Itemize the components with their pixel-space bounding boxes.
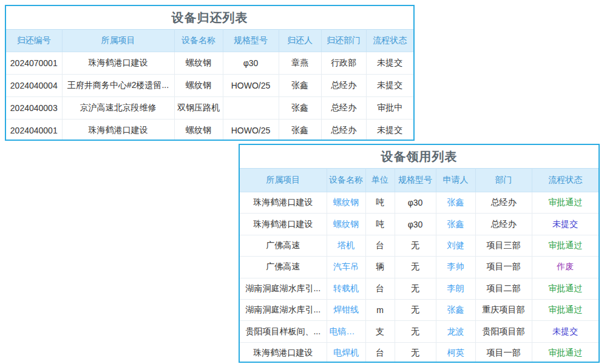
cell: 贵阳项目部 [475, 321, 532, 342]
cell: 湖南洞庭湖水库引... [240, 299, 327, 320]
link-cell[interactable]: 焊钳线 [327, 299, 365, 320]
link-cell[interactable]: 张鑫 [436, 192, 475, 214]
cell: 张鑫 [279, 120, 321, 141]
cell: 支 [365, 321, 395, 342]
column-header: 所属项目 [62, 30, 174, 52]
return-table-header: 归还编号所属项目设备名称规格型号归还人归还部门流程状态 [6, 30, 413, 52]
column-header: 设备名称 [174, 30, 223, 52]
link-cell[interactable]: 汽车吊 [327, 257, 365, 278]
equipment-return-title: 设备归还列表 [6, 6, 413, 29]
cell: 总经办 [475, 214, 532, 235]
status-cell: 作废 [532, 257, 599, 278]
cell: 台 [365, 235, 395, 256]
column-header: 部门 [475, 169, 532, 192]
link-cell[interactable]: 电焊机 [327, 342, 365, 363]
cell: 总经办 [321, 97, 366, 120]
cell: 珠海鹤港口建设 [240, 214, 327, 235]
cell: 2024040003 [6, 97, 62, 120]
cell: 2024040004 [6, 75, 62, 97]
cell: 台 [365, 342, 395, 363]
link-cell[interactable]: 李朗 [436, 278, 475, 299]
column-header: 单位 [365, 169, 395, 192]
link-cell[interactable]: 龙波 [436, 321, 475, 342]
cell: φ30 [223, 52, 279, 75]
column-header: 所属项目 [240, 169, 327, 192]
equipment-return-table: 归还编号所属项目设备名称规格型号归还人归还部门流程状态 2024070001珠海… [6, 29, 413, 141]
cell: 总经办 [321, 75, 366, 97]
column-header: 归还部门 [321, 30, 366, 52]
cell: 螺纹钢 [174, 75, 223, 97]
table-row: 广佛高速塔机台无刘健项目三部审批通过 [240, 235, 599, 256]
cell: 张鑫 [279, 97, 321, 120]
table-row: 2024040003京沪高速北京段维修双钢压路机张鑫总经办审批中 [6, 97, 413, 120]
cell: 项目一部 [475, 342, 532, 363]
status-cell: 审批中 [366, 97, 413, 120]
issue-table-header: 所属项目设备名称单位规格型号申请人部门流程状态 [240, 169, 599, 192]
cell: 广佛高速 [240, 257, 327, 278]
link-cell[interactable]: 刘健 [436, 235, 475, 256]
table-row: 湖南洞庭湖水库引...焊钳线m无张鑫重庆项目部审批通过 [240, 299, 599, 320]
cell: 张鑫 [279, 75, 321, 97]
link-cell[interactable]: 电镐尖凿 [327, 321, 365, 342]
cell [223, 97, 279, 120]
table-row: 珠海鹤港口建设电焊机台无柯英项目一部审批通过 [240, 342, 599, 363]
status-cell: 未提交 [532, 321, 599, 342]
column-header: 设备名称 [327, 169, 365, 192]
link-cell[interactable]: 李帅 [436, 257, 475, 278]
link-cell[interactable]: 螺纹钢 [327, 192, 365, 214]
cell: 珠海鹤港口建设 [240, 192, 327, 214]
cell: 无 [395, 342, 436, 363]
header-row: 所属项目设备名称单位规格型号申请人部门流程状态 [240, 169, 599, 192]
cell: 无 [395, 257, 436, 278]
cell: 吨 [365, 214, 395, 235]
cell: 2024040001 [6, 120, 62, 141]
header-row: 归还编号所属项目设备名称规格型号归还人归还部门流程状态 [6, 30, 413, 52]
table-row: 贵阳项目样板间、...电镐尖凿支无龙波贵阳项目部未提交 [240, 321, 599, 342]
cell: 项目一部 [475, 257, 532, 278]
cell: φ30 [395, 214, 436, 235]
status-cell: 审批通过 [532, 278, 599, 299]
column-header: 流程状态 [366, 30, 413, 52]
table-row: 2024040004王府井商务中心#2楼遗留...螺纹钢HOWO/25张鑫总经办… [6, 75, 413, 97]
cell: φ30 [395, 192, 436, 214]
link-cell[interactable]: 螺纹钢 [327, 214, 365, 235]
cell: 项目二部 [475, 278, 532, 299]
table-row: 珠海鹤港口建设螺纹钢吨φ30张鑫总经办审批通过 [240, 192, 599, 214]
cell: 广佛高速 [240, 235, 327, 256]
cell: 章燕 [279, 52, 321, 75]
link-cell[interactable]: 张鑫 [436, 299, 475, 320]
cell: 吨 [365, 192, 395, 214]
cell: 项目三部 [475, 235, 532, 256]
equipment-issue-table: 所属项目设备名称单位规格型号申请人部门流程状态 珠海鹤港口建设螺纹钢吨φ30张鑫… [240, 168, 599, 363]
equipment-issue-panel: 设备领用列表 所属项目设备名称单位规格型号申请人部门流程状态 珠海鹤港口建设螺纹… [239, 144, 600, 363]
cell: 珠海鹤港口建设 [62, 120, 174, 141]
cell: 王府井商务中心#2楼遗留... [62, 75, 174, 97]
return-table-body: 2024070001珠海鹤港口建设螺纹钢φ30章燕行政部未提交202404000… [6, 52, 413, 141]
cell: 重庆项目部 [475, 299, 532, 320]
cell: 京沪高速北京段维修 [62, 97, 174, 120]
equipment-return-panel: 设备归还列表 归还编号所属项目设备名称规格型号归还人归还部门流程状态 20240… [5, 5, 415, 141]
link-cell[interactable]: 柯英 [436, 342, 475, 363]
link-cell[interactable]: 塔机 [327, 235, 365, 256]
table-row: 广佛高速汽车吊辆无李帅项目一部作废 [240, 257, 599, 278]
column-header: 规格型号 [395, 169, 436, 192]
issue-table-body: 珠海鹤港口建设螺纹钢吨φ30张鑫总经办审批通过珠海鹤港口建设螺纹钢吨φ30张鑫总… [240, 192, 599, 363]
status-cell: 未提交 [366, 52, 413, 75]
status-cell: 未提交 [532, 214, 599, 235]
cell: 无 [395, 299, 436, 320]
cell: 双钢压路机 [174, 97, 223, 120]
equipment-issue-title: 设备领用列表 [240, 145, 599, 168]
table-row: 珠海鹤港口建设螺纹钢吨φ30张鑫总经办未提交 [240, 214, 599, 235]
status-cell: 未提交 [366, 75, 413, 97]
cell: 2024070001 [6, 52, 62, 75]
link-cell[interactable]: 转载机 [327, 278, 365, 299]
cell: 辆 [365, 257, 395, 278]
status-cell: 审批通过 [532, 192, 599, 214]
status-cell: 审批通过 [532, 299, 599, 320]
cell: 总经办 [475, 192, 532, 214]
table-row: 2024040001珠海鹤港口建设螺纹钢HOWO/25张鑫总经办未提交 [6, 120, 413, 141]
link-cell[interactable]: 张鑫 [436, 214, 475, 235]
cell: HOWO/25 [223, 120, 279, 141]
column-header: 归还编号 [6, 30, 62, 52]
cell: 总经办 [321, 120, 366, 141]
